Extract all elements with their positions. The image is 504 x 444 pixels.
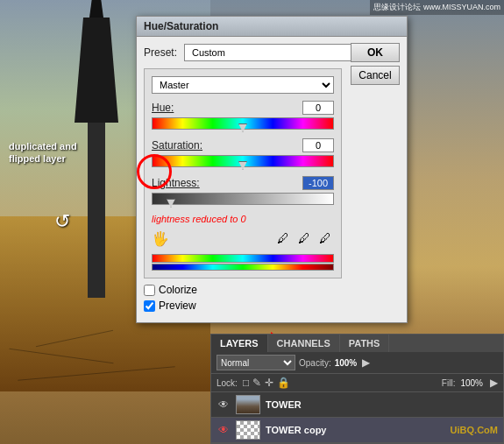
preview-label: Preview [159,300,196,312]
colorize-row: Colorize [144,284,400,296]
tower-top [75,18,118,123]
eyedropper-icon-3[interactable]: 🖊 [316,229,334,247]
dialog-buttons: OK Cancel [351,43,400,85]
cancel-button[interactable]: Cancel [351,66,400,85]
layer-item-tower[interactable]: 👁 TOWER [211,392,503,418]
colorize-label: Colorize [159,284,197,296]
dialog-title: Hue/Saturation [144,20,218,32]
blend-mode-select[interactable]: Normal [217,355,295,370]
layer-name-tower-copy: TOWER copy [266,425,442,435]
dialog-titlebar: Hue/Saturation [137,17,407,37]
eyedropper-row: 🖐 🖊 🖊 🖊 [152,229,334,247]
ok-button[interactable]: OK [351,43,400,62]
checkboxes: Colorize Preview [144,284,400,312]
eyedropper-icon-1[interactable]: 🖊 [274,229,292,247]
layer-thumb-tower-copy [236,420,260,440]
tab-paths[interactable]: PATHS [340,335,390,352]
layers-tabs: LAYERS CHANNELS PATHS [211,335,503,352]
lock-all-icon[interactable]: 🔒 [277,377,290,389]
layer-visibility-tower-copy[interactable]: 👁 [217,424,231,436]
color-bar-rainbow [152,254,334,263]
layers-lock-row: Lock: □ ✎ ✛ 🔒 Fill: 100% ▶ [211,374,503,392]
lightness-slider-track[interactable] [152,193,334,205]
channel-row: Master [152,76,334,94]
hue-slider-thumb[interactable] [238,123,247,132]
opacity-label: Opacity: [299,358,331,368]
lock-icons: □ ✎ ✛ 🔒 [243,377,290,389]
hand-tool-icon[interactable]: 🖐 [152,230,169,247]
hue-label-row: Hue: 0 [152,101,334,115]
lock-position-icon[interactable]: ✛ [265,377,273,389]
light-label-row: Lightness: [152,176,334,190]
opacity-arrow[interactable]: ▶ [362,356,370,369]
inner-panel: Master Hue: 0 Saturation: 0 [144,68,342,278]
annotation-text: duplicated and flipped layer [9,140,79,166]
lightness-row: Lightness: [152,176,334,205]
lightness-slider-thumb[interactable] [167,199,175,208]
saturation-label: Saturation: [152,139,202,152]
fill-label: Fill: [442,378,456,388]
colorize-checkbox[interactable] [144,285,155,296]
fill-value: 100% [460,378,483,388]
preset-select[interactable]: Custom [184,44,377,61]
lock-transparent-icon[interactable]: □ [243,377,249,389]
lightness-annotation: lightness reduced to 0 [152,214,334,224]
color-bars [152,254,334,271]
layer-item-tower-copy[interactable]: 👁 TOWER copy UiBQ.CoM [211,418,503,443]
lightness-label: Lightness: [152,177,200,189]
hue-value-input[interactable]: 0 [302,101,334,115]
tab-layers[interactable]: LAYERS [211,335,268,352]
saturation-row: Saturation: 0 [152,138,334,167]
hue-label: Hue: [152,102,174,114]
watermark-top: 思缘设计论坛 www.MISSYUAN.com [370,0,504,15]
lightness-value-input[interactable] [302,176,334,190]
tower-spire [89,0,103,18]
curve-arrow: ↺ [54,210,70,233]
layers-panel: LAYERS CHANNELS PATHS Normal Opacity: 10… [210,334,504,444]
preview-row: Preview [144,300,400,312]
color-bar-shifted [152,264,334,271]
tower-body [88,123,105,298]
saturation-slider-track[interactable] [152,155,334,167]
hue-saturation-dialog: Hue/Saturation OK Cancel Preset: Custom … [136,16,408,323]
saturation-value-input[interactable]: 0 [302,138,334,152]
tab-channels[interactable]: CHANNELS [268,335,340,352]
hue-row: Hue: 0 [152,101,334,130]
lock-image-icon[interactable]: ✎ [252,377,261,389]
saturation-slider-thumb[interactable] [238,161,247,170]
lock-label: Lock: [217,378,238,388]
eyedropper-icons: 🖊 🖊 🖊 [274,229,334,247]
fill-arrow[interactable]: ▶ [490,377,498,389]
channel-select[interactable]: Master [152,76,334,94]
opacity-value: 100% [335,358,358,368]
preset-label: Preset: [144,46,179,59]
layers-toolbar: Normal Opacity: 100% ▶ [211,352,503,374]
hue-slider-track[interactable] [152,117,334,130]
layer-watermark: UiBQ.CoM [451,425,498,435]
layer-name-tower: TOWER [266,399,498,410]
dialog-body: OK Cancel Preset: Custom ≡ Master Hue: [137,37,407,322]
preview-checkbox[interactable] [144,300,155,312]
layer-visibility-tower[interactable]: 👁 [217,398,231,411]
layer-thumb-tower [236,395,260,414]
eyedropper-icon-2[interactable]: 🖊 [295,229,313,247]
sat-label-row: Saturation: 0 [152,138,334,152]
